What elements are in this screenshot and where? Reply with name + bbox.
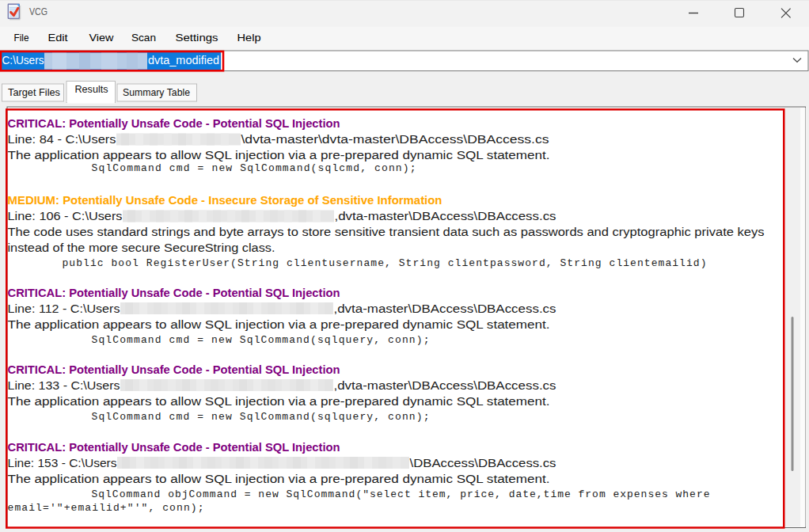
- svg-text:File: File: [14, 32, 29, 44]
- svg-text:Line: 112 - C:\Users: Line: 112 - C:\Users: [8, 303, 120, 315]
- svg-text:CRITICAL: Potentially Unsafe C: CRITICAL: Potentially Unsafe Code - Pote…: [8, 287, 340, 299]
- svg-text:CRITICAL: Potentially Unsafe C: CRITICAL: Potentially Unsafe Code - Pote…: [8, 364, 340, 376]
- svg-text:Scan: Scan: [131, 32, 156, 44]
- svg-text:\DBAccess\DBAccess.cs: \DBAccess\DBAccess.cs: [410, 458, 556, 469]
- svg-text:Settings: Settings: [176, 32, 219, 44]
- svg-text:instead of the more secure Sec: instead of the more secure SecureString …: [8, 242, 275, 254]
- svg-text:,dvta-master\DBAccess\DBAccess: ,dvta-master\DBAccess\DBAccess.cs: [335, 211, 556, 222]
- svg-text:CRITICAL: Potentially Unsafe C: CRITICAL: Potentially Unsafe Code - Pote…: [8, 118, 340, 130]
- svg-text:MEDIUM: Potentially Unsafe Cod: MEDIUM: Potentially Unsafe Code - Insecu…: [8, 195, 442, 207]
- svg-text:Help: Help: [237, 32, 261, 44]
- svg-text:Line: 84 - C:\Users: Line: 84 - C:\Users: [8, 134, 116, 146]
- svg-text:SqlCommand cmd = new SqlComman: SqlCommand cmd = new SqlCommand(sqlquery…: [92, 411, 430, 423]
- svg-text:The code uses standard strings: The code uses standard strings and byte …: [8, 226, 765, 238]
- svg-text:email='"+emailid+"'", conn);: email='"+emailid+"'", conn);: [8, 502, 204, 514]
- svg-text:Line: 133 - C:\Users: Line: 133 - C:\Users: [8, 380, 120, 392]
- svg-text:View: View: [89, 32, 115, 44]
- svg-text:SqlCommand objCommand = new Sq: SqlCommand objCommand = new SqlCommand("…: [92, 488, 710, 500]
- svg-text:C:\Users: C:\Users: [2, 54, 44, 66]
- svg-text:The application appears to all: The application appears to allow SQL inj…: [8, 473, 550, 485]
- svg-text:Summary Table: Summary Table: [123, 86, 190, 98]
- svg-text:,dvta-master\DBAccess\DBAccess: ,dvta-master\DBAccess\DBAccess.cs: [334, 303, 556, 315]
- svg-text:The application appears to all: The application appears to allow SQL inj…: [8, 150, 550, 162]
- svg-text:\dvta-master\dvta-master\DBAcc: \dvta-master\dvta-master\DBAccess\DBAcce…: [241, 134, 549, 146]
- svg-text:Edit: Edit: [48, 32, 68, 44]
- svg-text:Line: 153 - C:\Users: Line: 153 - C:\Users: [8, 458, 117, 469]
- svg-text:The application appears to all: The application appears to allow SQL inj…: [8, 319, 550, 331]
- svg-text:VCG: VCG: [29, 6, 47, 17]
- svg-text:,dvta-master\DBAccess\DBAccess: ,dvta-master\DBAccess\DBAccess.cs: [334, 380, 556, 392]
- svg-text:dvta_modified: dvta_modified: [148, 54, 219, 66]
- svg-text:Target Files: Target Files: [8, 86, 60, 98]
- svg-text:SqlCommand cmd = new SqlComman: SqlCommand cmd = new SqlCommand(sqlquery…: [92, 334, 430, 346]
- svg-text:public bool RegisterUser(Strin: public bool RegisterUser(String clientus…: [63, 257, 707, 269]
- svg-text:Line: 106 - C:\Users: Line: 106 - C:\Users: [8, 211, 123, 222]
- svg-text:The application appears to all: The application appears to allow SQL inj…: [8, 396, 550, 408]
- svg-text:Results: Results: [75, 83, 108, 95]
- svg-text:CRITICAL: Potentially Unsafe C: CRITICAL: Potentially Unsafe Code - Pote…: [8, 442, 340, 454]
